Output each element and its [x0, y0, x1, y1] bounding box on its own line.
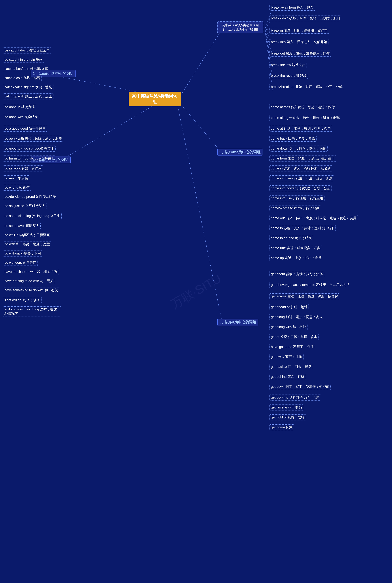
do-node-1: do a good deed 做一件好事 — [3, 126, 47, 132]
come-node-8: come into being 发生；产生；出现；形成 — [270, 175, 334, 181]
do-node-8: do>do>do>do proud 足以使…骄傲 — [3, 194, 58, 200]
get-node-1: get about 徘徊；走动；旅行；流传 — [270, 271, 324, 277]
do-node-10: do some cleaning (V+ing,etc.) 搞卫生 — [3, 213, 62, 219]
break-node-6: break the law 违反法律 — [270, 62, 307, 68]
come-node-6: come from 来自；起源于；从…产生、生于 — [270, 156, 336, 162]
group3-label: 3、以come为中心的词组 — [218, 149, 262, 156]
come-node-12: come out 出来；传出；出版；结果是；褪色（秘密）漏露 — [270, 215, 358, 221]
get-node-13: get down to 认真对待；静下心来 — [270, 394, 321, 400]
do-node-15: do wonders 创造奇迹 — [3, 260, 38, 266]
do-node-7: do wrong to 做错 — [3, 185, 31, 191]
get-node-14: get familiar with 熟悉 — [270, 404, 303, 410]
get-node-7: get at 发现；了解；掌握；攻击 — [270, 334, 319, 340]
catch-node-6: catch up with 赶上；追及；追上 — [3, 94, 54, 100]
do-node-11: do sb. a favor 帮助某人 — [3, 223, 40, 229]
do-node-20: in doing so=in so doing 这时；在这种情况下 — [3, 306, 61, 317]
do-node-3: do good to (=do sb. good) 有益于 — [3, 146, 56, 152]
come-node-14: come to an end 终止；结束 — [270, 235, 313, 241]
come-node-5: come down 倒下；降落；跌落；病倒 — [270, 146, 328, 152]
mind-map: 高中英语常见5类动词词组 高中英语常见5类动词词组1、以break为中心的词组 … — [0, 0, 392, 583]
group5-label: 5、以get为中心的词组 — [218, 319, 258, 326]
get-node-6: get along with 与…相处 — [270, 324, 308, 330]
svg-line-4 — [178, 106, 222, 322]
come-node-7: come in 进来；进入；流行起来；获名次 — [270, 166, 332, 172]
break-node-7: break the record 破记录 — [270, 73, 308, 79]
catch-node-3: catch a bus/train 赶汽车/火车 — [3, 66, 49, 72]
do-node-5: do its work 有效；有作用 — [3, 166, 43, 172]
come-node-1: come across 偶尔发现；想起；越过；偶付 — [270, 104, 336, 110]
do-node-16: have much to do with 和…很有关系 — [3, 269, 59, 275]
break-node-4: break into 闯入；强行进入；突然开始 — [270, 39, 328, 45]
get-node-8: have got to do 不得不；必须 — [270, 344, 315, 350]
come-node-11: come>come to know 开始了解到 — [270, 205, 321, 211]
svg-line-0 — [178, 29, 222, 100]
break-node-2: break down 破坏；粉碎；瓦解；出故障；加剧 — [270, 15, 341, 21]
come-node-9: come into power 开始执政；当权；当选 — [270, 185, 332, 191]
do-node-2: do away with 去掉；废除；消灭；浪费 — [3, 136, 63, 142]
group1-title: 高中英语常见5类动词词组1、以break为中心的词组 — [218, 22, 264, 33]
come-node-15: come true 实现；成为现实；证实 — [270, 245, 322, 251]
get-node-12: get down 咽下；写下；使沮丧；使抑郁 — [270, 384, 330, 390]
come-node-3: come at 达到；求得；得到；扑向；袭击 — [270, 126, 332, 132]
come-node-2: come along 一道来；随伴；进步；进展；出现 — [270, 115, 341, 121]
catch-node-5: catch>catch sight of 发现、瞥见 — [3, 84, 54, 90]
get-node-4: get ahead of 胜过；超过 — [270, 304, 309, 310]
break-node-8: break>break up 开始；破坏；解散；分开；分解 — [270, 84, 344, 90]
center-node: 高中英语常见5类动词词组 — [128, 92, 181, 106]
done-node-2: be done with 完全结束 — [3, 114, 39, 120]
get-node-2: get above>get accustomed to 习惯于；对…习以为常 — [270, 282, 351, 288]
svg-line-12 — [265, 29, 272, 90]
do-node-4: do harm to (=do sb. good) 有害于 — [3, 156, 56, 162]
get-node-9: get away 离开；逃跑 — [270, 354, 304, 360]
do-node-19: That will do. 行了；够了 — [3, 297, 42, 303]
svg-line-10 — [265, 29, 272, 68]
get-node-3: get across 度过；通过；横过；说服；使理解 — [270, 293, 339, 299]
get-node-10: get back 取回；回来；报复 — [270, 364, 313, 370]
catch-node-2: be caught in the rain 淋雨 — [3, 57, 44, 63]
break-node-1: break away from 挣离；逃离 — [270, 5, 315, 11]
break-node-3: break in 闯进；打断；使驯服；破鞋穿 — [270, 28, 329, 34]
come-node-16: come up 走近；上楼；长出；发芽 — [270, 255, 323, 261]
do-node-13: do with 和…相处；忍受；处置 — [3, 241, 51, 247]
catch-node-1: be caught doing 被发现做某事 — [3, 48, 51, 54]
do-node-14: do without 不需要；不用 — [3, 251, 42, 257]
catch-node-4: catch a cold 伤风、感冒 — [3, 75, 42, 81]
get-node-5: get along 前进；进步；同意；离去 — [270, 314, 324, 320]
done-node-1: be done in 精疲力竭 — [3, 104, 36, 110]
get-node-16: get home 到家 — [270, 424, 294, 430]
svg-line-3 — [60, 106, 153, 161]
come-node-13: come to 苏醒；复原；共计；达到；归结于 — [270, 225, 336, 231]
come-node-10: come into use 开始使用；获得应用 — [270, 195, 324, 201]
get-node-15: get hold of 获得；取得 — [270, 414, 306, 420]
do-node-12: do well in 学得不错；干得漂亮 — [3, 232, 51, 238]
come-node-4: come back 回来；恢复；复原 — [270, 136, 316, 142]
break-node-5: break out 爆发；发生；准备使用；起锚 — [270, 51, 331, 57]
do-node-18: have something to do with 和…有关 — [3, 287, 60, 293]
do-node-6: do much 极有用 — [3, 175, 30, 181]
do-node-17: have nothing to do with 与…无关 — [3, 278, 55, 284]
get-node-11: get behind 落后；钉破 — [270, 374, 306, 380]
do-node-9: do sb. justice 公平对待某人 — [3, 203, 47, 209]
svg-line-1 — [178, 100, 222, 153]
